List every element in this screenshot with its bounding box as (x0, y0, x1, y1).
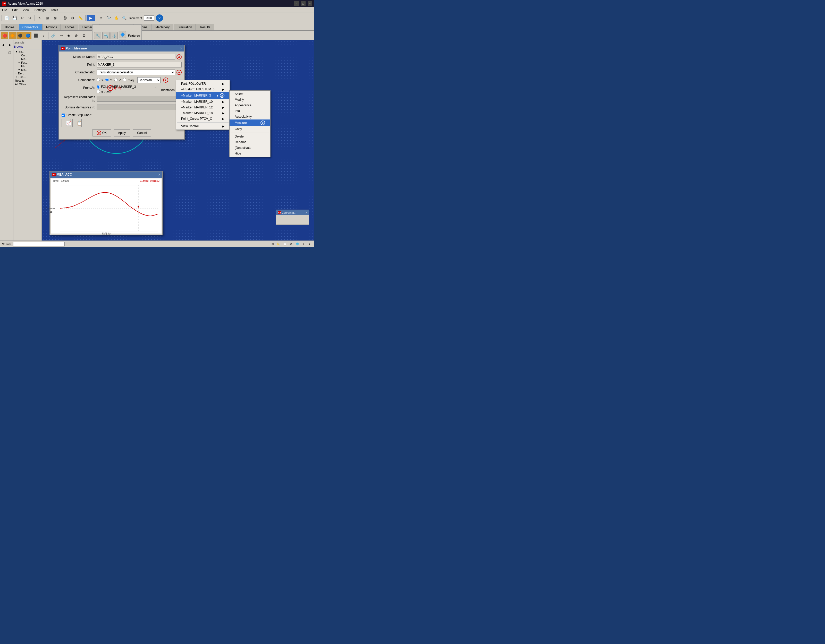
strip-chart-close[interactable]: × (158, 173, 160, 177)
measure-button[interactable]: 📏 (77, 14, 84, 22)
fromat-radio-2[interactable] (97, 90, 100, 93)
view3d-button[interactable]: 🔭 (105, 14, 112, 22)
gear-conn-btn[interactable]: ⚙ (80, 32, 88, 39)
comp-mag-radio[interactable] (123, 78, 126, 82)
characteristic-select[interactable]: Translational acceleration Translational… (97, 69, 175, 75)
ctx-marker10[interactable]: −Marker: MARKER_10 ▶ (176, 99, 230, 105)
sidebar-icon-2[interactable]: ● (7, 41, 13, 48)
timederiv-input[interactable] (97, 105, 182, 110)
ok-button[interactable]: g OK (92, 129, 111, 137)
minimize-button[interactable]: − (294, 1, 299, 6)
status-btn-6[interactable]: ↕ (301, 242, 306, 247)
joint-cylindrical-btn[interactable]: 🔶 (9, 32, 16, 39)
browse-link[interactable]: Browse (14, 45, 41, 49)
ctx-info[interactable]: Info (230, 108, 270, 114)
menu-file[interactable]: File (1, 8, 8, 12)
feature-btn-3[interactable]: ⚓ (111, 32, 118, 39)
select-button[interactable]: ↖ (36, 14, 43, 22)
tab-simulation[interactable]: Simulation (174, 24, 196, 30)
tab-forces[interactable]: Forces (61, 24, 78, 30)
dialog-chart-btn[interactable]: 📈 (62, 119, 71, 127)
sidebar-icon-1[interactable]: ▲ (0, 41, 6, 48)
ctx-appearance[interactable]: Appearance (230, 102, 270, 108)
maximize-button[interactable]: □ (301, 1, 306, 6)
sidebar-icon-3[interactable]: — (0, 49, 6, 56)
simulate-button[interactable]: ▶ (87, 15, 95, 22)
damper-btn[interactable]: 〰 (57, 32, 65, 39)
undo-button[interactable]: ↩ (19, 14, 26, 22)
ctx-delete[interactable]: Delete (230, 134, 270, 139)
save-button[interactable]: 💾 (11, 14, 18, 22)
ctx-measure[interactable]: Measure c (230, 120, 270, 126)
coord-titlebar[interactable]: Ad Coordinat... × (276, 210, 309, 215)
help-button[interactable]: ? (156, 14, 163, 22)
tree-item-elements[interactable]: + Ele... (14, 65, 41, 68)
transform-button[interactable]: ⊞ (44, 14, 51, 22)
dialog-table-btn[interactable]: 📋 (73, 119, 82, 127)
target-button[interactable]: ⊕ (97, 14, 105, 22)
joint-trans-btn[interactable]: ↕ (40, 32, 47, 39)
tree-item-measures[interactable]: ▼ Me... (14, 68, 41, 72)
status-btn-2[interactable]: 📐 (276, 242, 281, 247)
ctx-viewcontrol[interactable]: View Control ▶ (176, 123, 230, 129)
dialog-title-bar[interactable]: Ad Point Measure × (59, 45, 184, 51)
tree-item-motions[interactable]: + Mo... (14, 57, 41, 61)
link-button[interactable]: ⛓ (61, 14, 68, 22)
ctx-associativity[interactable]: Associativity (230, 114, 270, 120)
tree-item-results[interactable]: Results (14, 79, 41, 82)
status-btn-3[interactable]: 📋 (283, 242, 287, 247)
represent-input[interactable] (97, 96, 182, 102)
joint-fixed-btn[interactable]: ⬛ (32, 32, 39, 39)
comp-mag-label[interactable]: mag (123, 78, 134, 82)
tab-motions[interactable]: Motions (42, 24, 61, 30)
tree-item-forces[interactable]: + For... (14, 61, 41, 65)
coord-system-select[interactable]: Cartesian (138, 77, 161, 83)
feature-btn-4[interactable]: 🔷 (119, 31, 126, 38)
ctx-marker18[interactable]: −Marker: MARKER_18 ▶ (176, 110, 230, 116)
point-input[interactable] (97, 62, 182, 68)
joint-revolute-btn[interactable]: 🔴 (1, 32, 8, 39)
tab-connectors[interactable]: Connectors (19, 24, 42, 30)
tab-machinery[interactable]: Machinery (151, 24, 173, 30)
cancel-button[interactable]: Cancel (133, 129, 151, 137)
contact-btn[interactable]: ◈ (65, 32, 72, 39)
close-button[interactable]: × (307, 1, 312, 6)
ctx-rename[interactable]: Rename (230, 139, 270, 145)
menu-edit[interactable]: Edit (11, 8, 19, 12)
menu-settings[interactable]: Settings (34, 8, 46, 12)
spring-btn[interactable]: 🔗 (49, 32, 57, 39)
joint-planar-btn[interactable]: 🔵 (24, 32, 31, 39)
joint-sphere-btn[interactable]: ⚫ (17, 32, 24, 39)
redo-button[interactable]: ↪ (26, 14, 34, 22)
status-btn-5[interactable]: 🌐 (295, 242, 300, 247)
comp-z-label[interactable]: Z (114, 78, 121, 82)
ctx-marker3[interactable]: −Marker: MARKER_3 ▶ b (176, 92, 230, 99)
spring2-btn[interactable]: ⊕ (73, 32, 80, 39)
comp-y-label[interactable]: Y (105, 78, 112, 82)
ctx-marker12[interactable]: −Marker: MARKER_12 ▶ (176, 105, 230, 110)
strip-chart-checkbox[interactable] (62, 114, 65, 117)
ctx-ptcurve[interactable]: Point_Curve: PTCV_C ▶ (176, 116, 230, 122)
status-btn-4[interactable]: ⊕ (289, 242, 294, 247)
tree-item-connectors[interactable]: + Co... (14, 54, 41, 57)
viewport[interactable]: a 右击 Ad Point Measure × Measure Name: (42, 40, 314, 240)
fromat-option1-label[interactable]: FOLLOWER.MARKER_3 (97, 85, 154, 89)
tree-item-design[interactable]: + De... (14, 72, 41, 75)
measure-name-input[interactable] (97, 54, 175, 60)
apply-button[interactable]: Apply (114, 129, 130, 137)
gear-button[interactable]: ⚙ (69, 14, 76, 22)
status-btn-1[interactable]: ⊞ (270, 242, 275, 247)
comp-x-radio[interactable] (97, 78, 100, 82)
tree-item-sim[interactable]: + Sim... (14, 75, 41, 79)
strip-chart-titlebar[interactable]: Ad MEA_ACC × (50, 171, 162, 178)
pan-button[interactable]: ✋ (113, 14, 120, 22)
increment-input[interactable] (144, 15, 154, 21)
zoom-button[interactable]: 🔍 (121, 14, 128, 22)
tree-item-bodies[interactable]: ▼ Bo... (14, 50, 41, 54)
tab-results[interactable]: Results (196, 24, 214, 30)
menu-tools[interactable]: Tools (50, 8, 59, 12)
ctx-part-follower[interactable]: Part: FOLLOWER ▶ (176, 81, 230, 86)
comp-z-radio[interactable] (114, 78, 117, 82)
menu-view[interactable]: View (22, 8, 30, 12)
sidebar-example[interactable]: .example (14, 41, 41, 45)
